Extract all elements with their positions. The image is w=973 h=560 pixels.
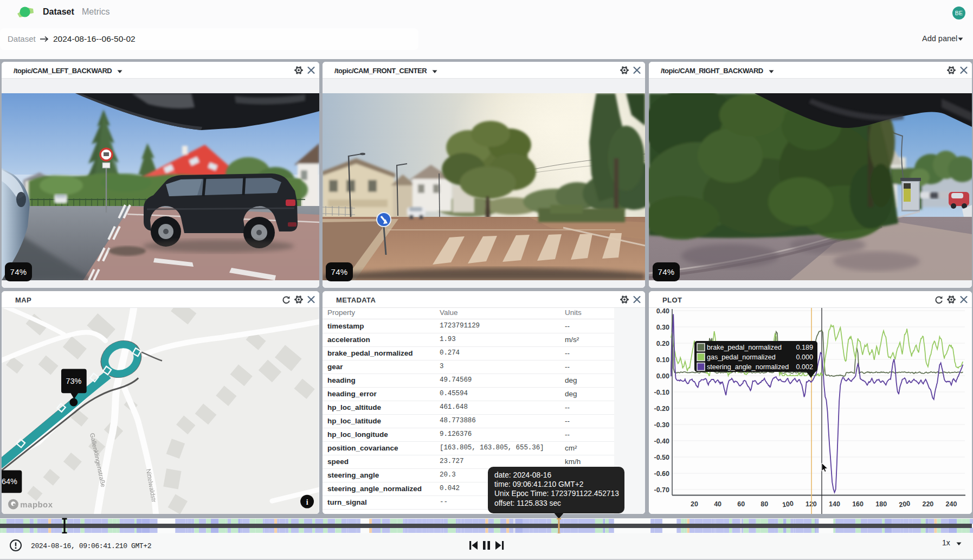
svg-text:64%: 64% bbox=[2, 477, 17, 486]
svg-text:-0.30: -0.30 bbox=[654, 421, 670, 429]
svg-text:-0.10: -0.10 bbox=[654, 389, 670, 396]
svg-text:0.20: 0.20 bbox=[656, 340, 669, 347]
svg-text:brake_pedal_normalized: brake_pedal_normalized bbox=[707, 344, 782, 351]
svg-text:73%: 73% bbox=[66, 377, 81, 385]
svg-text:0.002: 0.002 bbox=[796, 363, 813, 371]
svg-text:60: 60 bbox=[737, 500, 745, 508]
svg-text:200: 200 bbox=[898, 500, 911, 509]
svg-text:140: 140 bbox=[829, 500, 840, 508]
svg-text:80: 80 bbox=[761, 500, 768, 508]
svg-text:0.000: 0.000 bbox=[796, 353, 813, 361]
svg-text:240: 240 bbox=[946, 500, 957, 508]
svg-text:0.30: 0.30 bbox=[656, 324, 669, 331]
svg-text:0.10: 0.10 bbox=[656, 356, 669, 364]
svg-text:mapbox: mapbox bbox=[20, 500, 53, 509]
svg-text:steering_angle_normalized: steering_angle_normalized bbox=[707, 363, 789, 371]
svg-text:0.189: 0.189 bbox=[796, 344, 813, 351]
svg-text:0.00: 0.00 bbox=[656, 372, 669, 380]
svg-text:gas_pedal_normalized: gas_pedal_normalized bbox=[707, 353, 776, 361]
svg-text:220: 220 bbox=[922, 500, 933, 508]
svg-text:40: 40 bbox=[714, 500, 721, 508]
svg-text:20: 20 bbox=[691, 500, 698, 508]
svg-text:-0.70: -0.70 bbox=[654, 486, 670, 494]
svg-text:i: i bbox=[306, 498, 308, 506]
svg-text:-0.50: -0.50 bbox=[654, 454, 670, 461]
svg-text:-0.20: -0.20 bbox=[654, 405, 670, 413]
svg-text:0.40: 0.40 bbox=[656, 308, 669, 315]
svg-text:100: 100 bbox=[782, 500, 794, 509]
svg-text:-0.60: -0.60 bbox=[654, 470, 670, 478]
svg-text:-0.40: -0.40 bbox=[654, 437, 670, 445]
svg-text:160: 160 bbox=[852, 500, 864, 508]
svg-text:180: 180 bbox=[875, 500, 887, 508]
